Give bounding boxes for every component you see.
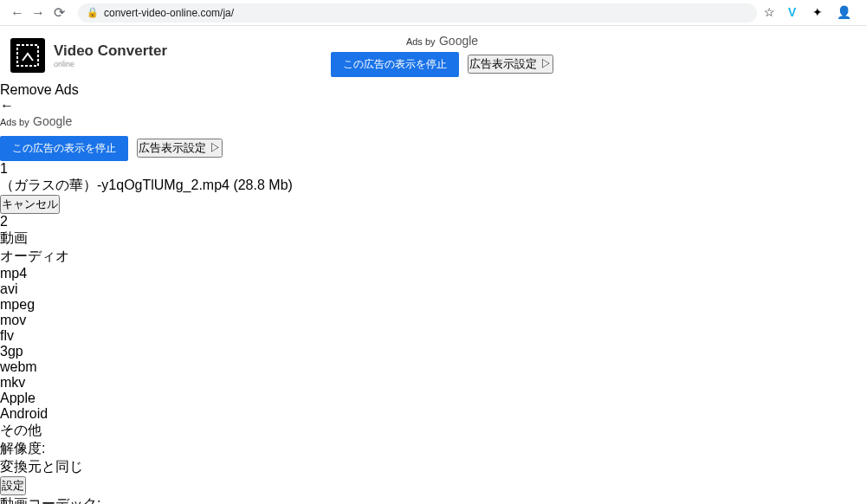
stop-ad-button-top[interactable]: この広告の表示を停止 — [331, 52, 459, 77]
fmt-mp4[interactable]: mp4 — [0, 266, 866, 281]
cancel-button[interactable]: キャンセル — [0, 195, 60, 214]
extension-icons: ☆ V ✦ 👤 — [757, 5, 859, 21]
step-2: 2 動画 オーディオ mp4 avi mpeg mov flv 3gp webm… — [0, 214, 866, 504]
address-bar[interactable]: 🔒 convert-video-online.com/ja/ — [78, 3, 757, 23]
fmt-webm[interactable]: webm — [0, 359, 866, 375]
step-2-badge: 2 — [0, 214, 866, 229]
star-icon[interactable]: ☆ — [764, 5, 779, 21]
avatar-icon[interactable]: 👤 — [837, 5, 852, 21]
top-ad: Ads by Google この広告の表示を停止 広告表示設定 ▷ — [331, 33, 553, 77]
puzzle-icon[interactable]: ✦ — [812, 5, 828, 21]
forward-button[interactable]: → — [28, 3, 48, 23]
ad-settings-button-side[interactable]: 広告表示設定 ▷ — [137, 139, 223, 158]
fmt-avi[interactable]: avi — [0, 281, 866, 297]
fmt-mkv[interactable]: mkv — [0, 375, 866, 391]
codec-panel: 動画コーデック: H.264 / AVC H.264 / AVC MPEG-2 … — [0, 495, 866, 504]
format-bar: mp4 avi mpeg mov flv 3gp webm mkv Apple … — [0, 266, 866, 440]
stop-ad-button-side[interactable]: この広告の表示を停止 — [0, 136, 128, 161]
back-button[interactable]: ← — [7, 3, 28, 23]
tab-audio[interactable]: オーディオ — [0, 248, 866, 266]
fmt-other[interactable]: その他 — [0, 422, 866, 440]
resolution-select[interactable]: 変換元と同じ — [0, 458, 866, 476]
fmt-flv[interactable]: flv — [0, 328, 866, 344]
lock-icon: 🔒 — [87, 7, 99, 18]
browser-toolbar: ← → ⟳ 🔒 convert-video-online.com/ja/ ☆ V… — [0, 0, 866, 26]
main-content: ← Ads by Google この広告の表示を停止 広告表示設定 ▷ 1 （ガ… — [0, 98, 866, 504]
url-text: convert-video-online.com/ja/ — [104, 7, 234, 19]
sidebar-ad: ← Ads by Google この広告の表示を停止 広告表示設定 ▷ — [0, 98, 866, 161]
step-1: 1 （ガラスの華）-y1qOgTlUMg_2.mp4 (28.8 Mb) キャン… — [0, 161, 866, 214]
vimeo-icon[interactable]: V — [788, 5, 804, 21]
logo-icon — [10, 38, 45, 73]
fmt-android[interactable]: Android — [0, 406, 866, 422]
tab-video[interactable]: 動画 — [0, 229, 866, 248]
step-1-badge: 1 — [0, 161, 866, 177]
reload-button[interactable]: ⟳ — [48, 3, 69, 23]
logo-subtitle: online — [54, 60, 167, 68]
resolution-label: 解像度: — [0, 441, 45, 456]
collapse-arrow-icon[interactable]: ← — [0, 98, 866, 113]
ads-label: Ads by — [406, 36, 436, 47]
logo-title: Video Converter — [54, 42, 167, 60]
settings-button[interactable]: 設定 — [0, 476, 26, 495]
fmt-mov[interactable]: mov — [0, 313, 866, 328]
media-tabs: 動画 オーディオ — [0, 229, 866, 266]
google-label: Google — [439, 34, 478, 48]
remove-ads-link[interactable]: Remove Ads — [0, 82, 866, 98]
upload-progress: （ガラスの華）-y1qOgTlUMg_2.mp4 (28.8 Mb) — [0, 177, 866, 195]
header-row: Video Converter online Ads by Google この広… — [0, 26, 866, 82]
converter-panel: 1 （ガラスの華）-y1qOgTlUMg_2.mp4 (28.8 Mb) キャン… — [0, 161, 866, 504]
resolution-row: 解像度: 変換元と同じ 設定 — [0, 440, 866, 495]
file-name-label: （ガラスの華）-y1qOgTlUMg_2.mp4 (28.8 Mb) — [0, 177, 866, 195]
video-codec-label: 動画コーデック: — [0, 496, 100, 504]
svg-rect-0 — [17, 45, 38, 66]
ad-settings-button-top[interactable]: 広告表示設定 ▷ — [468, 55, 553, 74]
fmt-apple[interactable]: Apple — [0, 391, 866, 406]
fmt-3gp[interactable]: 3gp — [0, 344, 866, 359]
logo-block: Video Converter online — [10, 38, 167, 73]
fmt-mpeg[interactable]: mpeg — [0, 297, 866, 313]
